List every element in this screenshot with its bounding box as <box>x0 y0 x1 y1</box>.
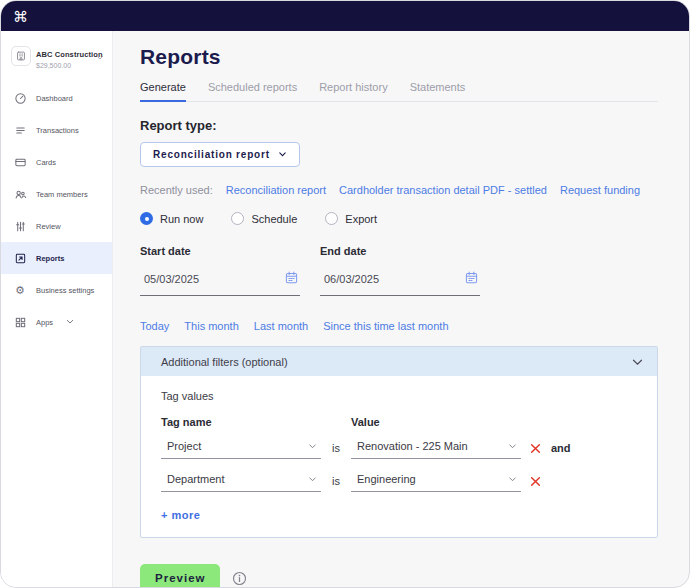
tab-generate[interactable]: Generate <box>140 81 186 102</box>
sidebar-item-team-members[interactable]: Team members <box>1 178 112 210</box>
chevron-down-icon <box>308 440 317 452</box>
start-date-input[interactable]: 05/03/2025 <box>140 267 300 296</box>
sidebar-item-label: Apps <box>36 318 53 327</box>
add-more-filters-link[interactable]: + more <box>161 509 200 521</box>
quick-range-since-this-time-last-month[interactable]: Since this time last month <box>323 320 448 332</box>
filter-row: Department is Engineering <box>161 470 637 492</box>
remove-filter-icon[interactable] <box>521 443 549 454</box>
topbar: ⌘ <box>1 1 689 31</box>
additional-filters-body: Tag values Tag name Value Project <box>141 376 657 537</box>
cards-icon <box>13 155 27 169</box>
recent-link-request-funding[interactable]: Request funding <box>560 184 640 196</box>
end-date-input[interactable]: 06/03/2025 <box>320 267 480 296</box>
operator-label: is <box>321 442 351 454</box>
tag-value-select[interactable]: Renovation - 225 Main <box>351 437 521 459</box>
chevron-down-icon <box>96 47 104 65</box>
quick-range-today[interactable]: Today <box>140 320 169 332</box>
radio-label: Run now <box>160 213 203 225</box>
preview-button[interactable]: Preview <box>140 564 220 588</box>
recent-link-reconciliation-report[interactable]: Reconciliation report <box>226 184 326 196</box>
radio-export[interactable]: Export <box>325 212 377 225</box>
sidebar-item-cards[interactable]: Cards <box>1 146 112 178</box>
start-date-value: 05/03/2025 <box>144 273 199 285</box>
sidebar-item-label: Review <box>36 222 61 231</box>
tag-name-select[interactable]: Project <box>161 437 321 459</box>
team-members-icon <box>13 187 27 201</box>
radio-selected-icon <box>140 212 153 225</box>
recently-used-row: Recently used: Reconciliation report Car… <box>140 184 689 196</box>
operator-label: is <box>321 475 351 487</box>
calendar-icon[interactable] <box>285 270 298 288</box>
radio-schedule[interactable]: Schedule <box>231 212 297 225</box>
gear-icon: ⚙ <box>13 283 27 297</box>
date-range-section: Start date 05/03/2025 End date 06/03/202… <box>140 245 689 296</box>
quick-range-this-month[interactable]: This month <box>184 320 238 332</box>
quick-range-last-month[interactable]: Last month <box>254 320 308 332</box>
page-title: Reports <box>140 45 689 69</box>
preview-row: Preview <box>140 564 689 588</box>
report-type-heading: Report type: <box>140 118 689 133</box>
account-name: ABC Construction <box>36 50 103 59</box>
sidebar-item-transactions[interactable]: Transactions <box>1 114 112 146</box>
sidebar: ABC Construction $29,500.00 Dashboard <box>1 31 113 588</box>
app-window: ⌘ ABC Construction $29,500.00 <box>0 0 690 588</box>
tab-report-history[interactable]: Report history <box>319 81 387 101</box>
tag-value: Renovation - 225 Main <box>357 440 468 452</box>
quick-range-links: Today This month Last month Since this t… <box>140 320 689 332</box>
reports-icon <box>13 251 27 265</box>
account-info: ABC Construction $29,500.00 <box>36 43 91 69</box>
command-icon[interactable]: ⌘ <box>13 9 28 24</box>
additional-filters-header[interactable]: Additional filters (optional) <box>141 347 657 376</box>
run-mode-options: Run now Schedule Export <box>140 212 689 225</box>
apps-grid-icon <box>13 315 27 329</box>
sidebar-item-label: Cards <box>36 158 56 167</box>
sidebar-item-business-settings[interactable]: ⚙ Business settings <box>1 274 112 306</box>
tag-value-select[interactable]: Engineering <box>351 470 521 492</box>
recent-link-cardholder-detail-pdf[interactable]: Cardholder transaction detail PDF - sett… <box>339 184 547 196</box>
recently-used-label: Recently used: <box>140 184 213 196</box>
account-switcher[interactable]: ABC Construction $29,500.00 <box>9 40 108 72</box>
sidebar-item-reports[interactable]: Reports <box>1 242 112 274</box>
tag-name-value: Project <box>167 440 201 452</box>
chevron-down-icon <box>508 440 517 452</box>
chevron-down-icon <box>278 149 287 160</box>
chevron-down-icon <box>66 318 74 327</box>
main-content: Reports Generate Scheduled reports Repor… <box>113 31 689 588</box>
sidebar-item-dashboard[interactable]: Dashboard <box>1 82 112 114</box>
filter-column-headers: Tag name Value <box>161 416 637 428</box>
report-tabs: Generate Scheduled reports Report histor… <box>140 81 658 102</box>
radio-label: Schedule <box>251 213 297 225</box>
tag-name-column-header: Tag name <box>161 416 321 428</box>
report-type-selected: Reconciliation report <box>153 149 270 160</box>
sidebar-item-label: Dashboard <box>36 94 73 103</box>
tab-scheduled-reports[interactable]: Scheduled reports <box>208 81 297 101</box>
radio-unselected-icon <box>231 212 244 225</box>
additional-filters-panel: Additional filters (optional) Tag values… <box>140 346 658 538</box>
filter-connector: and <box>549 442 637 454</box>
report-type-dropdown[interactable]: Reconciliation report <box>140 142 300 167</box>
sidebar-item-label: Team members <box>36 190 88 199</box>
calendar-icon[interactable] <box>465 270 478 288</box>
account-balance: $29,500.00 <box>36 62 91 69</box>
radio-label: Export <box>345 213 377 225</box>
radio-unselected-icon <box>325 212 338 225</box>
tag-name-select[interactable]: Department <box>161 470 321 492</box>
value-column-header: Value <box>351 416 521 428</box>
radio-run-now[interactable]: Run now <box>140 212 203 225</box>
chevron-down-icon <box>508 473 517 485</box>
tag-values-label: Tag values <box>161 390 637 402</box>
remove-filter-icon[interactable] <box>521 476 549 487</box>
tab-statements[interactable]: Statements <box>410 81 466 101</box>
review-sliders-icon <box>13 219 27 233</box>
sidebar-nav: Dashboard Transactions <box>1 82 112 338</box>
info-icon[interactable] <box>232 571 247 586</box>
sidebar-item-label: Reports <box>36 254 64 263</box>
chevron-down-icon <box>632 356 643 368</box>
chevron-down-icon <box>308 473 317 485</box>
company-icon <box>11 46 31 66</box>
sidebar-item-label: Transactions <box>36 126 79 135</box>
sidebar-item-apps[interactable]: Apps <box>1 306 112 338</box>
sidebar-item-label: Business settings <box>36 286 94 295</box>
sidebar-item-review[interactable]: Review <box>1 210 112 242</box>
tag-name-value: Department <box>167 473 224 485</box>
